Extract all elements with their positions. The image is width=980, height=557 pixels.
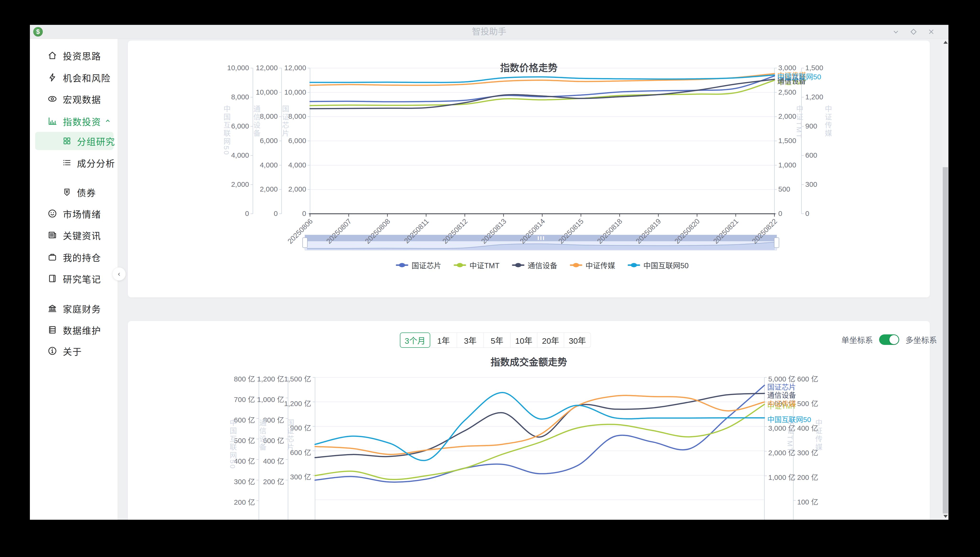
- series-end-label-中国互联网50: 中国互联网50: [767, 414, 811, 424]
- sidebar-collapse-button[interactable]: ‹: [112, 267, 126, 281]
- sidebar-item-label: 成分分析: [77, 156, 115, 169]
- maximize-icon[interactable]: [909, 27, 918, 37]
- y-tick-label: 1,500: [805, 64, 823, 72]
- legend-marker: [396, 263, 408, 267]
- range-button-10年[interactable]: 10年: [511, 332, 537, 348]
- sidebar-item-my-holdings[interactable]: 我的持仓: [30, 248, 118, 267]
- sidebar-item-opportunity-risk[interactable]: 机会和风险: [30, 68, 118, 87]
- y-axis-name-中证TMT: 中证TMT: [785, 419, 795, 500]
- sidebar-item-label: 债券: [77, 186, 96, 199]
- y-tick-label: 0: [247, 210, 306, 218]
- sidebar-item-group-research[interactable]: 分组研究: [30, 131, 118, 150]
- y-tick-label: 1,200 亿: [252, 398, 311, 408]
- sidebar-item-macro-data[interactable]: 宏观数据: [30, 90, 118, 108]
- scroll-down-icon[interactable]: [943, 515, 948, 518]
- legend-dot: [631, 263, 637, 267]
- multi-axis-label: 多坐标系: [905, 334, 937, 345]
- range-button-20年[interactable]: 20年: [537, 332, 564, 348]
- scrollbar[interactable]: [942, 39, 949, 520]
- range-button-30年[interactable]: 30年: [564, 332, 591, 348]
- sidebar-item-component-analysis[interactable]: 成分分析: [30, 153, 118, 172]
- y-tick-label: 0: [805, 210, 809, 218]
- y-tick-label: 500 亿: [797, 398, 818, 408]
- y-tick-label: 0: [778, 210, 782, 218]
- sidebar-item-research-notes[interactable]: 研究笔记: [30, 269, 118, 288]
- sidebar-item-label: 我的持仓: [63, 251, 101, 264]
- minimize-icon[interactable]: [891, 27, 901, 37]
- sidebar-item-key-news[interactable]: 关键资讯: [30, 225, 118, 244]
- sidebar-item-label: 关键资讯: [63, 229, 101, 242]
- y-axis-name-国证芯片: 国证芯片: [285, 419, 295, 500]
- datazoom-left-handle[interactable]: [302, 238, 308, 248]
- sidebar-item-index-invest[interactable]: 指数投资: [30, 112, 118, 131]
- sidebar-item-label: 投资思路: [63, 49, 101, 62]
- grid-icon: [62, 136, 72, 146]
- y-tick-label: 2,000: [247, 185, 306, 193]
- y-tick-label: 6,000: [247, 137, 306, 145]
- sidebar-item-label: 指数投资: [63, 115, 101, 128]
- y-tick-label: 200 亿: [196, 496, 255, 507]
- y-tick-label: 600: [805, 151, 817, 159]
- database-icon: [47, 325, 57, 335]
- eye-icon: [47, 94, 57, 104]
- y-tick-label: 1,200: [805, 93, 823, 101]
- home-icon: [47, 50, 57, 61]
- sidebar: 版本：0.0.1 投资思路机会和风险宏观数据指数投资分组研究成分分析债券市场情绪…: [30, 39, 118, 520]
- y-tick-label: 900: [805, 122, 817, 130]
- series-end-label-中证传媒: 中证传媒: [767, 398, 796, 409]
- bank-icon: [47, 303, 57, 314]
- y-axis-name-中证TMT: 中证TMT: [794, 105, 804, 186]
- y-axis-name-国证芯片: 国证芯片: [280, 105, 290, 186]
- y-tick-label: 600 亿: [252, 447, 311, 457]
- scrollbar-thumb[interactable]: [943, 167, 948, 513]
- y-tick-label: 1,500: [778, 137, 796, 145]
- datazoom-move-handle[interactable]: [538, 236, 544, 240]
- sidebar-item-about[interactable]: 关于: [30, 341, 118, 360]
- sidebar-item-label: 分组研究: [77, 135, 115, 148]
- scroll-up-icon[interactable]: [943, 41, 948, 44]
- y-tick-label: 6,000: [190, 122, 249, 130]
- sidebar-item-label: 市场情绪: [63, 207, 101, 220]
- chevron-up-icon: [103, 116, 112, 126]
- sidebar-item-label: 家庭财务: [63, 302, 101, 315]
- screen: $ 智投助手 版本：0.0.1 投资思路机会和风险宏观数据指数投资分组研究成分分…: [0, 0, 980, 557]
- y-axis-name-中证传媒: 中证传媒: [823, 105, 833, 186]
- y-tick-label: 2,500: [778, 88, 796, 96]
- range-button-1年[interactable]: 1年: [430, 332, 457, 348]
- y-tick-label: 300 亿: [252, 471, 311, 482]
- switch-knob: [889, 335, 898, 344]
- sidebar-item-label: 关于: [63, 344, 82, 358]
- y-tick-label: 10,000: [247, 88, 306, 96]
- news-icon: [47, 230, 57, 240]
- y-tick-label: 900 亿: [252, 422, 311, 433]
- bolt-icon: [47, 72, 57, 83]
- titlebar: $ 智投助手: [30, 25, 949, 39]
- y-tick-label: 12,000: [247, 64, 306, 72]
- axis-mode-switch[interactable]: [879, 334, 899, 345]
- sidebar-item-data-maintenance[interactable]: 数据维护: [30, 320, 118, 339]
- datazoom-right-handle[interactable]: [774, 238, 779, 248]
- single-axis-label: 单坐标系: [841, 334, 873, 345]
- y-tick-label: 300: [805, 180, 817, 189]
- smile-icon: [47, 208, 57, 219]
- range-button-3年[interactable]: 3年: [457, 332, 484, 348]
- app-window: $ 智投助手 版本：0.0.1 投资思路机会和风险宏观数据指数投资分组研究成分分…: [30, 25, 949, 520]
- sidebar-item-label: 研究笔记: [63, 272, 101, 285]
- y-tick-label: 600 亿: [225, 435, 284, 445]
- sidebar-item-bonds[interactable]: 债券: [30, 182, 118, 202]
- series-end-label-中国互联网50: 中国互联网50: [777, 71, 821, 81]
- sidebar-item-family-finance[interactable]: 家庭财务: [30, 299, 118, 318]
- volume-chart-title: 指数成交金额走势: [128, 355, 930, 368]
- notebook-icon: [47, 273, 57, 284]
- bond-icon: [62, 187, 72, 197]
- y-axis-name-中证传媒: 中证传媒: [813, 419, 823, 500]
- range-button-3个月[interactable]: 3个月: [400, 332, 430, 348]
- legend-marker: [628, 263, 640, 267]
- legend-marker: [512, 263, 524, 267]
- close-icon[interactable]: [926, 27, 936, 37]
- sidebar-item-market-sentiment[interactable]: 市场情绪: [30, 204, 118, 223]
- range-button-5年[interactable]: 5年: [484, 332, 511, 348]
- y-tick-label: 1,000: [778, 161, 796, 169]
- sidebar-item-invest-ideas[interactable]: 投资思路: [30, 46, 118, 65]
- y-tick-label: 1,500 亿: [252, 373, 311, 384]
